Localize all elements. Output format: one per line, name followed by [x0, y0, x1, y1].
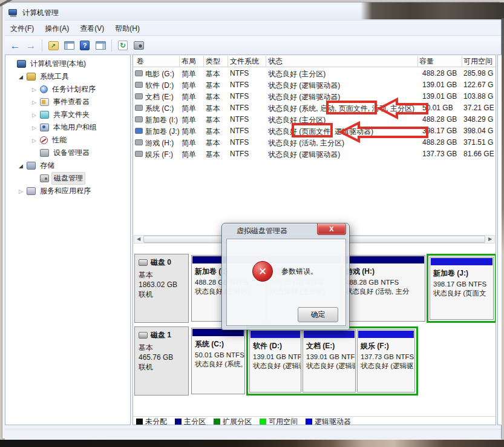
show-actions-pane-button[interactable]	[94, 39, 107, 52]
storage-icon	[27, 162, 36, 170]
tree-item-task-scheduler[interactable]: ▷任务计划程序	[5, 83, 130, 96]
col-free-space[interactable]: 可用空间	[463, 56, 493, 67]
partition-system-c[interactable]: 系统 (C:)50.01 GB NTFS状态良好 (系统,	[191, 328, 245, 394]
partition-software-d[interactable]: 软件 (D:)139.01 GB NTFS状态良好 (逻辑驱	[249, 329, 301, 392]
tree-item-performance[interactable]: ▷性能	[5, 134, 130, 147]
partition-newvol-j[interactable]: 新加卷 (J:)398.17 GB NTFS状态良好 (页面文	[430, 257, 494, 320]
refresh-button[interactable]: ↻	[116, 39, 129, 52]
show-console-tree-icon	[64, 41, 74, 50]
disk-0-label[interactable]: 磁盘 0 基本 1863.02 GB 联机	[134, 254, 189, 323]
tree-item-disk-management[interactable]: 磁盘管理	[5, 172, 130, 185]
disk-size: 1863.02 GB	[139, 280, 185, 290]
disk-size: 465.76 GB	[139, 353, 185, 362]
table-row-games-h[interactable]: 游戏 (H:)简单基本NTFS状态良好 (活动, 主分区)488.28 GB37…	[133, 137, 496, 148]
tree-item-system-tools[interactable]: ◢系统工具	[5, 70, 130, 83]
expander-collapsed-icon[interactable]: ▷	[31, 137, 38, 144]
col-type[interactable]: 类型	[206, 56, 220, 67]
table-row-newvol-j[interactable]: 新加卷 (J:)简单基本NTFS状态良好 (页面文件, 逻辑驱动器)398.17…	[133, 125, 496, 137]
export-list-button[interactable]: ↗	[47, 39, 60, 52]
partition-fun-f[interactable]: 娱乐 (F:)137.73 GB NTFS状态良好 (逻辑驱	[357, 329, 415, 392]
error-icon: ✕	[252, 261, 273, 282]
expander-collapsed-icon[interactable]: ▷	[31, 99, 38, 105]
volume-icon	[135, 128, 143, 134]
show-console-tree-button[interactable]	[62, 39, 76, 52]
dialog-close-button[interactable]: X	[317, 224, 346, 235]
computer-icon	[17, 60, 26, 68]
expander-collapsed-icon[interactable]: ▷	[31, 125, 38, 131]
background-photo-fragment	[502, 18, 504, 254]
col-filesystem[interactable]: 文件系统	[230, 56, 259, 67]
expander-expanded-icon[interactable]: ◢	[18, 74, 24, 80]
tree-item-services-applications[interactable]: ▷服务和应用程序	[5, 185, 130, 197]
logical-drive-band	[250, 331, 300, 338]
expander-collapsed-icon[interactable]: ▷	[31, 112, 38, 118]
event-viewer-icon	[40, 98, 49, 106]
menu-help[interactable]: 帮助(H)	[110, 22, 145, 36]
back-icon: ←	[10, 41, 21, 51]
disk-icon	[139, 332, 148, 339]
services-icon	[27, 187, 36, 195]
disk-icon	[40, 174, 49, 182]
status-bar	[5, 429, 501, 441]
back-button[interactable]: ←	[8, 39, 22, 52]
close-icon: X	[329, 225, 333, 233]
volume-icon	[135, 82, 143, 88]
disk-1-label[interactable]: 磁盘 1 基本 465.76 GB 联机	[134, 326, 189, 396]
volume-table: 电影 (G:)简单基本NTFS状态良好 (主分区)488.28 GB285.98…	[133, 68, 496, 160]
help-button[interactable]: ?	[78, 39, 91, 52]
col-volume[interactable]: 卷	[137, 56, 144, 67]
scroll-right-icon[interactable]: ▶	[486, 236, 494, 243]
screenshot-root: { "chrome": { "title": "计算机管理", "menus":…	[0, 0, 504, 447]
col-status[interactable]: 状态	[268, 56, 283, 67]
table-row-newvol-i[interactable]: 新加卷 (I:)简单基本NTFS状态良好 (主分区)488.28 GB348.2…	[133, 114, 496, 125]
device-manager-icon	[40, 149, 49, 157]
extended-partition-box: 软件 (D:)139.01 GB NTFS状态良好 (逻辑驱 文档 (E:)13…	[246, 326, 418, 396]
tree-item-local-users-groups[interactable]: ▷本地用户和组	[5, 121, 130, 134]
help-icon: ?	[80, 41, 90, 50]
disk-manager-button[interactable]	[132, 39, 145, 52]
clock-icon	[40, 85, 48, 93]
disk-state: 联机	[139, 290, 185, 299]
ok-button[interactable]: 确定	[298, 307, 338, 322]
volume-icon	[135, 105, 143, 111]
table-row-docs-e[interactable]: 文档 (E:)简单基本NTFS状态良好 (逻辑驱动器)139.01 GB103.…	[133, 91, 496, 102]
legend-logical-drive: 逻辑驱动器	[306, 417, 351, 426]
partition-docs-e[interactable]: 文档 (E:)139.01 GB NTFS状态良好 (逻辑驱	[303, 329, 356, 392]
table-row-fun-f[interactable]: 娱乐 (F:)简单基本NTFS状态良好 (逻辑驱动器)137.73 GB81.6…	[133, 148, 496, 160]
volume-icon	[135, 70, 143, 76]
legend-swatch	[175, 419, 182, 425]
col-layout[interactable]: 布局	[182, 56, 196, 67]
window-title: 计算机管理	[22, 8, 59, 18]
col-capacity[interactable]: 容量	[419, 56, 434, 67]
partition-legend: 未分配 主分区 扩展分区 可用空间 逻辑驱动器	[133, 416, 496, 425]
menu-action[interactable]: 操作(A)	[39, 22, 74, 36]
table-row-movie-g[interactable]: 电影 (G:)简单基本NTFS状态良好 (主分区)488.28 GB285.98…	[133, 68, 496, 79]
export-list-icon: ↗	[48, 41, 59, 50]
volume-icon	[135, 139, 143, 145]
toolbar-separator	[111, 39, 112, 51]
tree-item-storage[interactable]: ◢存储	[5, 159, 130, 172]
background-photo-fragment	[0, 440, 504, 447]
table-row-software-d[interactable]: 软件 (D:)简单基本NTFS状态良好 (逻辑驱动器)139.01 GB122.…	[133, 79, 496, 91]
disk-manager-icon	[134, 41, 144, 50]
menu-view[interactable]: 查看(V)	[74, 22, 110, 36]
system-tools-icon	[27, 73, 36, 81]
tree-item-computer-management[interactable]: 计算机管理(本地)	[5, 58, 130, 70]
extended-partition-box: 新加卷 (J:)398.17 GB NTFS状态良好 (页面文	[427, 254, 496, 323]
dialog-body: ✕ 参数错误。 确定	[226, 239, 346, 326]
toolbar: ← → ↗ ? ↻	[5, 36, 501, 55]
partition-games-h[interactable]: 游戏 (H:)488.28 GB NTFS状态良好 (活动, 主分	[342, 255, 425, 322]
legend-extended: 扩展分区	[214, 417, 252, 426]
menu-file[interactable]: 文件(F)	[5, 22, 39, 36]
scroll-left-icon[interactable]: ◀	[134, 236, 143, 243]
table-row-system-c[interactable]: 系统 (C:)简单基本NTFS状态良好 (系统, 启动, 页面文件, 活动, 主…	[133, 102, 496, 114]
window-icon	[8, 9, 18, 18]
forward-button[interactable]: →	[24, 39, 38, 52]
local-users-icon	[40, 124, 49, 131]
expander-collapsed-icon[interactable]: ▷	[18, 188, 24, 194]
expander-expanded-icon[interactable]: ◢	[18, 163, 24, 169]
expander-collapsed-icon[interactable]: ▷	[31, 87, 38, 93]
tree-item-event-viewer[interactable]: ▷事件查看器	[5, 96, 130, 108]
tree-item-shared-folders[interactable]: ▷共享文件夹	[5, 108, 130, 121]
tree-item-device-manager[interactable]: 设备管理器	[5, 147, 130, 159]
